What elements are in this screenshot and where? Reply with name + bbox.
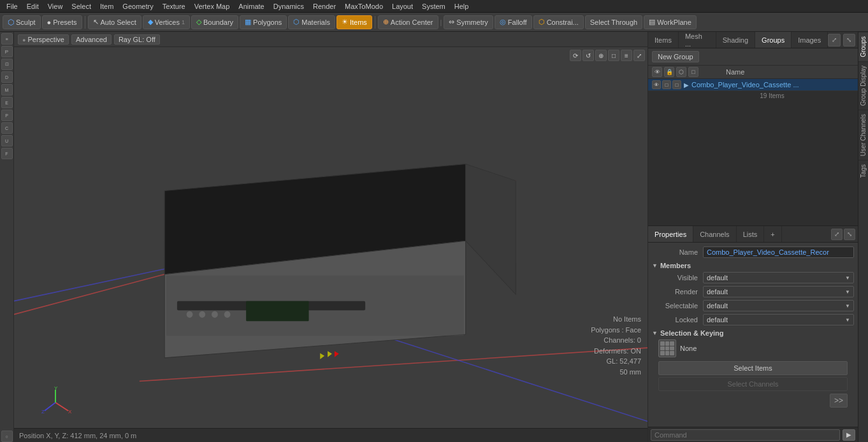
- select-channels-button[interactable]: Select Channels: [658, 377, 848, 391]
- sidebar-btn-1[interactable]: ≡: [1, 33, 13, 45]
- new-group-button[interactable]: New Group: [652, 51, 699, 62]
- group-arrow: ▶: [684, 82, 689, 89]
- name-input[interactable]: Combo_Player_Video_Cassette_Recor: [703, 246, 854, 258]
- eye-icon-btn[interactable]: 👁: [652, 67, 662, 77]
- perspective-btn[interactable]: ● Perspective: [18, 34, 69, 45]
- vtab-groups[interactable]: Groups: [858, 32, 868, 61]
- viewport-header: ● Perspective Advanced Ray GL: Off: [14, 32, 647, 47]
- sidebar-btn-8[interactable]: C: [1, 122, 13, 134]
- locked-select[interactable]: default ▼: [703, 314, 854, 325]
- auto-select-button[interactable]: ↖ Auto Select: [88, 15, 141, 29]
- display-icon-btn[interactable]: □: [688, 67, 698, 77]
- vertices-button[interactable]: ◆ Vertices 1: [143, 15, 190, 29]
- group-render-icon[interactable]: □: [672, 80, 681, 89]
- group-eye-icon[interactable]: 👁: [652, 80, 661, 89]
- command-input[interactable]: [651, 429, 840, 441]
- menu-vertexmap[interactable]: Vertex Map: [191, 2, 234, 11]
- keying-arrow: ▼: [652, 330, 658, 336]
- sidebar-btn-10[interactable]: F: [1, 148, 13, 159]
- boundary-button[interactable]: ◇ Boundary: [191, 15, 238, 29]
- tab-images[interactable]: Images: [792, 32, 828, 48]
- menu-edit[interactable]: Edit: [23, 2, 43, 11]
- raygl-btn[interactable]: Ray GL: Off: [114, 34, 160, 45]
- groups-panel: Items Mesh ... Shading Groups Images ⤢ ⤡…: [648, 32, 858, 225]
- panel-expand-btn[interactable]: ⤢: [828, 34, 840, 46]
- materials-button[interactable]: ⬡ Materials: [288, 15, 335, 29]
- sidebar-btn-3[interactable]: ⊡: [1, 59, 13, 70]
- settings-ctrl[interactable]: ≡: [621, 50, 632, 61]
- presets-button[interactable]: ● Presets: [42, 15, 82, 29]
- tab-channels[interactable]: Channels: [693, 226, 736, 242]
- group-item[interactable]: 👁 □ □ ▶ Combo_Player_Video_Cassette ...: [648, 79, 858, 91]
- members-arrow: ▼: [652, 262, 658, 269]
- menu-render[interactable]: Render: [309, 2, 340, 11]
- menu-view[interactable]: View: [44, 2, 67, 11]
- lower-shrink-btn[interactable]: ⤡: [844, 229, 855, 240]
- sculpt-button[interactable]: ⬡ Sculpt: [3, 15, 41, 29]
- sidebar-btn-4[interactable]: D: [1, 71, 13, 83]
- falloff-button[interactable]: ◎ Falloff: [495, 15, 532, 29]
- lock-icon-btn[interactable]: 🔒: [664, 67, 674, 77]
- selectable-select[interactable]: default ▼: [703, 300, 854, 311]
- sidebar-btn-5[interactable]: M: [1, 84, 13, 96]
- sidebar-btn-bottom[interactable]: ○: [1, 431, 13, 442]
- name-row: Name Combo_Player_Video_Cassette_Recor: [652, 246, 854, 258]
- tab-items[interactable]: Items: [648, 32, 679, 48]
- groups-list[interactable]: 👁 □ □ ▶ Combo_Player_Video_Cassette ... …: [648, 79, 858, 225]
- menu-layout[interactable]: Layout: [388, 2, 417, 11]
- command-bar: ▶: [648, 427, 858, 442]
- workplane-button[interactable]: ▤ WorkPlane: [644, 15, 697, 29]
- tab-mesh[interactable]: Mesh ...: [679, 32, 716, 48]
- menu-dynamics[interactable]: Dynamics: [270, 2, 308, 11]
- sidebar-btn-2[interactable]: P: [1, 46, 13, 57]
- selection-keying-section: ▼ Selection & Keying: [652, 329, 854, 337]
- select-items-button[interactable]: Select Items: [658, 361, 848, 375]
- menu-system[interactable]: System: [418, 2, 449, 11]
- maximize-ctrl[interactable]: ⤢: [633, 50, 645, 61]
- pan-ctrl[interactable]: ↺: [582, 50, 594, 61]
- action-center-button[interactable]: ⊕ Action Center: [378, 15, 438, 29]
- items-button[interactable]: ☀ Items: [336, 15, 372, 29]
- advanced-btn[interactable]: Advanced: [71, 34, 112, 45]
- vtab-user-channels[interactable]: User Channels: [858, 110, 868, 160]
- tab-plus[interactable]: +: [764, 226, 781, 242]
- keying-expand-btn[interactable]: >>: [830, 394, 848, 408]
- sidebar-btn-6[interactable]: E: [1, 97, 13, 108]
- presets-label: Presets: [53, 18, 76, 26]
- render-icon-btn[interactable]: ⬡: [676, 67, 686, 77]
- vtab-tags[interactable]: Tags: [858, 160, 868, 182]
- menu-maxtomodo[interactable]: MaxToModo: [341, 2, 387, 11]
- lower-expand-btn[interactable]: ⤢: [831, 229, 843, 240]
- panel-shrink-btn[interactable]: ⤡: [843, 34, 855, 46]
- menu-texture[interactable]: Texture: [159, 2, 189, 11]
- menu-select[interactable]: Select: [68, 2, 95, 11]
- zoom-ctrl[interactable]: ⊕: [595, 50, 607, 61]
- group-lock-icon[interactable]: □: [662, 80, 671, 89]
- command-run-btn[interactable]: ▶: [843, 429, 855, 441]
- visible-select[interactable]: default ▼: [703, 272, 854, 283]
- keying-row: None: [658, 339, 854, 357]
- tab-groups[interactable]: Groups: [755, 32, 792, 48]
- fit-ctrl[interactable]: □: [608, 50, 619, 61]
- select-through-button[interactable]: Select Through: [585, 15, 642, 29]
- symmetry-button[interactable]: ⇔ Symmetry: [444, 15, 493, 29]
- menu-file[interactable]: File: [3, 2, 22, 11]
- menu-animate[interactable]: Animate: [235, 2, 268, 11]
- constrain-button[interactable]: ⬡ Constrai...: [533, 15, 584, 29]
- tab-properties[interactable]: Properties: [648, 226, 693, 242]
- tab-shading[interactable]: Shading: [716, 32, 755, 48]
- svg-rect-8: [177, 301, 365, 311]
- viewport-canvas[interactable]: ⟳ ↺ ⊕ □ ≡ ⤢ No Items Polygons : Face Cha…: [14, 47, 647, 428]
- sidebar-btn-9[interactable]: U: [1, 135, 13, 146]
- menu-help[interactable]: Help: [451, 2, 473, 11]
- rotate-ctrl[interactable]: ⟳: [570, 50, 581, 61]
- polygons-button[interactable]: ▦ Polygons: [240, 15, 287, 29]
- menu-geometry[interactable]: Geometry: [119, 2, 157, 11]
- render-select[interactable]: default ▼: [703, 286, 854, 297]
- sidebar-btn-7[interactable]: P: [1, 110, 13, 121]
- vtab-group-display[interactable]: Group Display: [858, 61, 868, 110]
- svg-marker-4: [164, 164, 465, 274]
- menu-item[interactable]: Item: [96, 2, 117, 11]
- materials-label: Materials: [301, 18, 330, 26]
- tab-lists[interactable]: Lists: [737, 226, 765, 242]
